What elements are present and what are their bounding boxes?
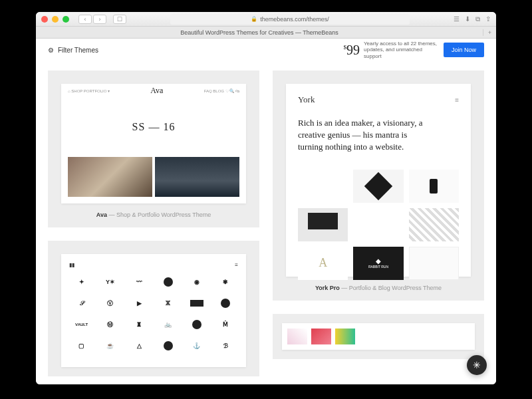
logo-cell: 〰 [127, 273, 152, 291]
york-caption: York Pro — Portfolio & Blog WordPress Th… [315, 285, 442, 291]
ava-nav-left: ⌂ SHOP PORTFOLIO ▾ [68, 88, 110, 93]
nav-buttons: ‹ › [78, 15, 106, 24]
logo-cell: ▢ [69, 337, 94, 354]
grid-col-left: ⌂ SHOP PORTFOLIO ▾ Ava FAQ BLOG ♡ 🔍 🛍 SS… [48, 70, 259, 376]
menu-icon: ≡ [235, 262, 238, 268]
address-bar-container: 🔒 themebeans.com/themes/ [170, 14, 410, 25]
mini-img [287, 329, 307, 344]
share-icon[interactable]: ⇪ [485, 15, 491, 23]
theme-card-york[interactable]: York ≡ Rich is an idea maker, a visionar… [273, 70, 484, 301]
ava-caption: Ava — Shop & Portfolio WordPress Theme [96, 211, 211, 218]
logo-cell: VAULT [69, 316, 94, 333]
logo-cell: ℬ [213, 337, 238, 354]
logo-cell [213, 295, 238, 312]
sidebar-button[interactable]: ☐ [113, 15, 126, 24]
logo-cell: Ṁ [213, 316, 238, 333]
close-icon[interactable] [41, 16, 48, 23]
logo-cell [156, 337, 180, 354]
reader-icon[interactable]: ☰ [454, 15, 460, 23]
logo-cell: Ⓜ [98, 316, 122, 333]
new-tab-button[interactable]: + [483, 29, 496, 36]
price-amount: $99 [343, 43, 360, 58]
browser-window: ‹ › ☐ 🔒 themebeans.com/themes/ ☰ ⬇ ⧉ ⇪ B… [36, 12, 496, 384]
theme-card-ava[interactable]: ⌂ SHOP PORTFOLIO ▾ Ava FAQ BLOG ♡ 🔍 🛍 SS… [48, 70, 259, 227]
help-chat-button[interactable]: ✳ [467, 355, 487, 375]
download-icon[interactable]: ⬇ [465, 15, 470, 23]
tab-bar: Beautiful WordPress Themes for Creatives… [36, 27, 496, 39]
tabs-icon[interactable]: ⧉ [475, 15, 480, 23]
titlebar: ‹ › ☐ 🔒 themebeans.com/themes/ ☰ ⬇ ⧉ ⇪ [36, 12, 496, 27]
price-block: $99 Yearly access to all 22 themes, upda… [343, 41, 437, 60]
grid-col-right: York ≡ Rich is an idea maker, a visionar… [273, 70, 484, 376]
york-cell-bag [353, 170, 403, 203]
filter-themes-button[interactable]: ⚙ Filter Themes [48, 47, 98, 54]
logo-cell: ✾ [213, 273, 238, 291]
logos-brand: ▮▮ [69, 262, 74, 268]
traffic-lights [41, 16, 69, 23]
ava-hero-title: SS — 16 [61, 97, 246, 157]
join-now-button[interactable]: Join Now [444, 43, 484, 57]
lock-icon: 🔒 [251, 16, 257, 22]
york-header: York ≡ [298, 94, 459, 105]
york-gallery: A RABBIT RUN [298, 170, 459, 280]
forward-button[interactable]: › [93, 15, 106, 24]
ava-preview: ⌂ SHOP PORTFOLIO ▾ Ava FAQ BLOG ♡ 🔍 🛍 SS… [61, 84, 246, 203]
york-hero-text: Rich is an idea maker, a visionary, a cr… [298, 117, 431, 154]
york-cell-empty [353, 208, 403, 241]
logos-preview: ▮▮ ≡ ✦ Y✶ 〰 ◉ ✾ 𝒮 Ⓥ ▶ [61, 254, 246, 367]
logo-cell [184, 295, 209, 312]
minimize-icon[interactable] [52, 16, 59, 23]
theme-card-mini[interactable] [273, 314, 484, 359]
york-logo: York [298, 94, 315, 105]
logo-cell [184, 316, 209, 333]
mini-img [335, 329, 355, 344]
logo-cell: 🚲 [156, 316, 180, 333]
mini-preview [282, 323, 475, 350]
menu-icon: ≡ [455, 96, 459, 104]
filter-label: Filter Themes [58, 47, 98, 54]
toolbar-icons: ☰ ⬇ ⧉ ⇪ [454, 15, 491, 23]
logo-cell [156, 273, 180, 291]
address-bar[interactable]: 🔒 themebeans.com/themes/ [170, 14, 410, 25]
topbar-right: $99 Yearly access to all 22 themes, upda… [343, 41, 484, 60]
logo-cell: Y✶ [98, 273, 122, 291]
york-cell-phone [409, 170, 459, 203]
york-cell-pattern [409, 208, 459, 241]
york-cell-paper [409, 247, 459, 280]
york-cell-letter: A [298, 247, 348, 280]
ava-header: ⌂ SHOP PORTFOLIO ▾ Ava FAQ BLOG ♡ 🔍 🛍 [61, 84, 246, 97]
ava-nav-right: FAQ BLOG ♡ 🔍 🛍 [204, 88, 239, 93]
url-text: themebeans.com/themes/ [260, 16, 329, 23]
logo-cell: ✦ [69, 273, 94, 291]
page-content: ⚙ Filter Themes $99 Yearly access to all… [36, 39, 496, 384]
logo-cell: 𝒮 [69, 295, 94, 312]
logo-cell: ♜ [127, 316, 152, 333]
logo-cell: ◉ [184, 273, 209, 291]
york-cell-monitor [298, 208, 348, 241]
ava-logo: Ava [150, 86, 163, 96]
logo-cell: ⚓ [184, 337, 209, 354]
logo-cell: ☕ [98, 337, 122, 354]
york-cell-dark: RABBIT RUN [353, 247, 403, 280]
ava-images [61, 157, 246, 203]
price-desc: Yearly access to all 22 themes, updates,… [364, 41, 437, 60]
ava-image-2 [155, 157, 239, 197]
york-preview: York ≡ Rich is an idea maker, a visionar… [286, 84, 471, 277]
mini-img [311, 329, 331, 344]
logos-header: ▮▮ ≡ [69, 262, 238, 268]
browser-tab[interactable]: Beautiful WordPress Themes for Creatives… [36, 28, 483, 37]
site-topbar: ⚙ Filter Themes $99 Yearly access to all… [36, 39, 496, 61]
sliders-icon: ⚙ [48, 47, 54, 54]
theme-grid: ⌂ SHOP PORTFOLIO ▾ Ava FAQ BLOG ♡ 🔍 🛍 SS… [36, 61, 496, 384]
logo-cell: △ [127, 337, 152, 354]
logo-grid: ✦ Y✶ 〰 ◉ ✾ 𝒮 Ⓥ ▶ ⵣ VAULT [69, 273, 238, 359]
theme-card-logos[interactable]: ▮▮ ≡ ✦ Y✶ 〰 ◉ ✾ 𝒮 Ⓥ ▶ [48, 241, 259, 376]
logo-cell: Ⓥ [98, 295, 122, 312]
york-cell-empty [298, 170, 348, 203]
zoom-icon[interactable] [63, 16, 69, 23]
logo-cell: ⵣ [156, 295, 180, 312]
chat-icon: ✳ [473, 360, 481, 370]
ava-image-1 [68, 157, 152, 197]
logo-cell: ▶ [127, 295, 152, 312]
back-button[interactable]: ‹ [78, 15, 92, 24]
